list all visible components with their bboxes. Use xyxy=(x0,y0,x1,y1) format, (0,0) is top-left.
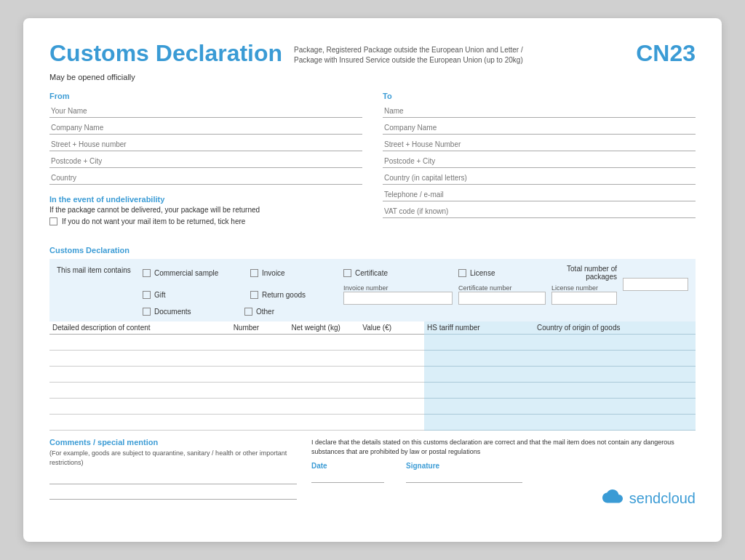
col-hs-tariff: HS tariff number xyxy=(424,321,534,335)
cell-hs xyxy=(424,415,534,431)
cell-description xyxy=(49,383,231,399)
certificate-number-label: Certificate number xyxy=(458,284,546,292)
cell-description xyxy=(49,351,231,367)
from-to-section: From In the event of undeliverability If… xyxy=(49,92,696,236)
from-postcode-input[interactable] xyxy=(49,155,362,168)
to-name-input[interactable] xyxy=(383,105,696,118)
from-country-input[interactable] xyxy=(49,172,362,185)
from-street-field xyxy=(49,138,362,151)
cell-weight xyxy=(289,383,360,399)
cn23-badge: CN23 xyxy=(636,40,696,67)
cell-country xyxy=(534,335,696,351)
to-street-input[interactable] xyxy=(383,138,696,151)
date-label: Date xyxy=(311,462,384,470)
undeliverability-section: In the event of undeliverability If the … xyxy=(49,195,362,225)
cell-hs xyxy=(424,335,534,351)
table-row xyxy=(49,399,696,415)
invoice-number-label: Invoice number xyxy=(343,284,453,292)
signature-col: Signature xyxy=(406,462,522,483)
to-country-input[interactable] xyxy=(383,172,696,185)
certificate-number-group: Certificate number xyxy=(458,284,546,305)
to-telephone-input[interactable] xyxy=(383,188,696,201)
to-label: To xyxy=(383,92,696,100)
return-goods-label: Return goods xyxy=(262,291,306,299)
certificate-checkbox[interactable] xyxy=(343,269,351,277)
cell-description xyxy=(49,335,231,351)
to-company-input[interactable] xyxy=(383,121,696,135)
mail-item-row: This mail item contains Commercial sampl… xyxy=(57,265,688,305)
to-street-field xyxy=(383,138,696,151)
table-row xyxy=(49,367,696,383)
cell-country xyxy=(534,367,696,383)
table-header-row: Detailed description of content Number N… xyxy=(49,321,696,335)
table-row xyxy=(49,351,696,367)
col-country-origin: Country of origin of goods xyxy=(534,321,696,335)
return-goods-checkbox[interactable] xyxy=(250,291,258,299)
invoice-checkbox[interactable] xyxy=(250,269,258,277)
license-number-input[interactable] xyxy=(551,292,617,305)
col-number: Number xyxy=(231,321,289,335)
table-row xyxy=(49,335,696,351)
to-country-field xyxy=(383,172,696,185)
license-checkbox[interactable] xyxy=(458,269,466,277)
undeliverability-checkbox[interactable] xyxy=(49,217,57,225)
may-open-label: May be opened officially xyxy=(49,73,696,81)
cell-description xyxy=(49,399,231,415)
other-checkbox[interactable] xyxy=(244,308,252,316)
comments-title: Comments / special mention xyxy=(49,438,297,447)
table-row xyxy=(49,415,696,431)
date-col: Date xyxy=(311,462,384,483)
license-label: License xyxy=(470,269,495,277)
customs-title: Customs Declaration xyxy=(49,246,696,255)
undeliverability-text: If the package cannot be delivered, your… xyxy=(49,206,362,214)
signature-line xyxy=(406,471,522,483)
cell-description xyxy=(49,415,231,431)
certificate-number-input[interactable] xyxy=(458,292,546,305)
to-section: To xyxy=(383,92,696,236)
from-section: From In the event of undeliverability If… xyxy=(49,92,362,236)
commercial-sample-checkbox[interactable] xyxy=(143,269,151,277)
checkbox-other: Other xyxy=(244,308,332,316)
invoice-label: Invoice xyxy=(262,269,285,277)
sendcloud-brand: sendcloud xyxy=(311,487,696,509)
date-signature-row: Date Signature xyxy=(311,462,696,483)
cell-description xyxy=(49,367,231,383)
cell-weight xyxy=(289,399,360,415)
col-description: Detailed description of content xyxy=(49,321,231,335)
cell-number xyxy=(231,335,289,351)
cell-number xyxy=(231,351,289,367)
invoice-number-input[interactable] xyxy=(343,292,453,305)
cell-country xyxy=(534,415,696,431)
date-line xyxy=(311,471,384,483)
to-telephone-field xyxy=(383,188,696,201)
total-packages-input[interactable] xyxy=(623,278,688,291)
from-street-input[interactable] xyxy=(49,138,362,151)
checkbox-license: License xyxy=(458,265,546,281)
cell-hs xyxy=(424,351,534,367)
col-value: Value (€) xyxy=(359,321,424,335)
page-title: Customs Declaration xyxy=(49,40,282,67)
cell-country xyxy=(534,399,696,415)
checkbox-invoice: Invoice xyxy=(250,265,338,281)
to-postcode-input[interactable] xyxy=(383,155,696,168)
table-row xyxy=(49,383,696,399)
comments-sub: (For example, goods are subject to quara… xyxy=(49,449,297,467)
other-label: Other xyxy=(256,308,274,316)
documents-label: Documents xyxy=(154,308,191,316)
cell-hs xyxy=(424,367,534,383)
from-country-field xyxy=(49,172,362,185)
to-vat-input[interactable] xyxy=(383,205,696,218)
gift-checkbox[interactable] xyxy=(143,291,151,299)
checkboxes-container: Commercial sample Invoice Certificate xyxy=(143,265,617,305)
from-company-input[interactable] xyxy=(49,121,362,135)
signature-label: Signature xyxy=(406,462,522,470)
cell-value xyxy=(359,415,424,431)
customs-section: Customs Declaration This mail item conta… xyxy=(49,246,696,431)
undeliverability-checkbox-row: If you do not want your mail item to be … xyxy=(49,217,362,225)
from-name-field xyxy=(49,105,362,118)
documents-checkbox[interactable] xyxy=(143,308,151,316)
from-name-input[interactable] xyxy=(49,105,362,118)
total-packages-label: Total number of packages xyxy=(551,265,617,281)
cell-number xyxy=(231,399,289,415)
checkbox-commercial-sample: Commercial sample xyxy=(143,265,244,281)
